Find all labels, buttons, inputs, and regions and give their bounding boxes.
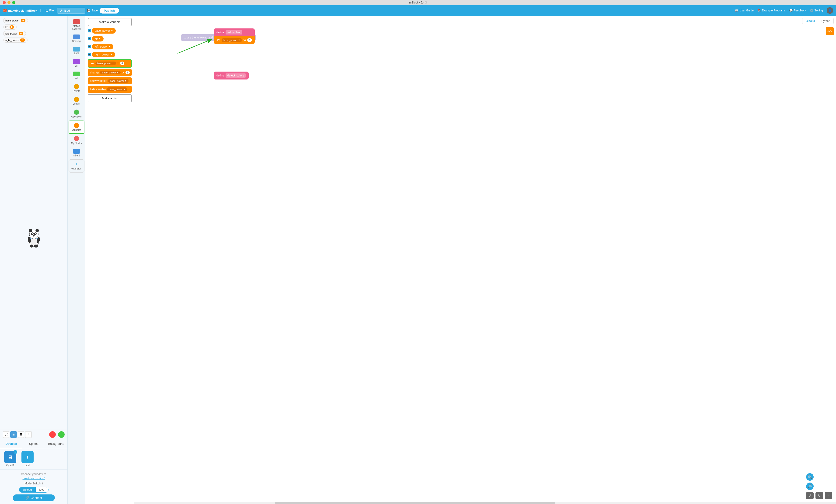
go-button[interactable]	[58, 431, 64, 438]
live-mode-btn[interactable]: Live	[36, 487, 48, 492]
connector-arrow	[134, 16, 836, 504]
tab-blocks[interactable]: Blocks	[802, 18, 818, 24]
panda-sprite	[24, 226, 43, 248]
connect-button[interactable]: 🔗 Connect	[13, 495, 55, 501]
undo-btn[interactable]: ↺	[806, 492, 814, 499]
svg-line-15	[177, 39, 212, 53]
var-row-right-power: right_power ▼	[88, 52, 132, 57]
block-hide-variable[interactable]: hide variable base_power ▼	[88, 86, 132, 93]
small-grid-view-btn[interactable]: ⠿	[25, 431, 32, 438]
stop-button[interactable]	[49, 431, 56, 438]
cat-lan[interactable]: LAN	[69, 45, 84, 57]
make-variable-btn[interactable]: Make a Variable	[88, 18, 132, 26]
var-checkbox-right-power[interactable]	[88, 53, 91, 56]
canvas[interactable]: Blocks Python </> ...use the following a…	[134, 16, 836, 504]
how-to-link[interactable]: How to use device?	[3, 477, 64, 480]
var-badge-base-power[interactable]: base_power 0	[3, 18, 28, 23]
var-checkbox-left-power[interactable]	[88, 45, 91, 48]
close-window-btn[interactable]	[3, 1, 6, 4]
tab-python[interactable]: Python	[818, 18, 833, 24]
cat-ai[interactable]: AI	[69, 57, 84, 69]
setting-link[interactable]: ⚙️ Setting	[810, 9, 823, 12]
list-view-btn[interactable]: ☰	[18, 431, 24, 438]
var-badge-left-power[interactable]: left_power 0	[3, 31, 26, 36]
grid-view-btn[interactable]: ⊞	[10, 431, 17, 438]
tab-devices[interactable]: Devices	[0, 440, 22, 448]
minimize-window-btn[interactable]	[7, 1, 11, 4]
block-palette: Make a Variable base_power ▼ kp ▼ left_p…	[86, 16, 134, 504]
cat-operators[interactable]: Operators	[69, 108, 84, 120]
block-set-variable[interactable]: set base_power ▼ to 0	[88, 59, 132, 67]
connect-text: Connect your device	[3, 472, 64, 476]
device-close-btn[interactable]: ✕	[14, 450, 17, 454]
horizontal-scrollbar[interactable]	[134, 502, 836, 504]
var-badge-kp[interactable]: kp 0	[3, 24, 17, 30]
app-title: mBlock v5.4.3	[409, 1, 426, 4]
cat-variables[interactable]: Variables	[69, 120, 84, 134]
zoom-out-btn[interactable]: 🔎	[806, 483, 814, 490]
var-block-kp[interactable]: kp ▼	[92, 36, 103, 41]
var-row-left-power: left_power ▼	[88, 44, 132, 50]
zoom-in-btn[interactable]: 🔍	[806, 473, 814, 481]
add-device-item[interactable]: + Add	[20, 451, 35, 467]
file-menu[interactable]: 🗂 File	[44, 8, 55, 13]
cat-my-blocks[interactable]: My Blocks	[69, 134, 84, 147]
project-title-input[interactable]	[57, 8, 85, 14]
canvas-tabs: Blocks Python	[802, 18, 834, 24]
var-block-right-power[interactable]: right_power ▼	[92, 52, 115, 57]
device-cyberpi[interactable]: 🖥 ✕ CyberPi	[3, 451, 18, 467]
var-badge-right-power[interactable]: right_power 0	[3, 38, 27, 43]
upload-mode-btn[interactable]: Upload	[19, 487, 35, 492]
expand-view-btn[interactable]: ⛶	[3, 431, 10, 438]
title-bar: mBlock v5.4.3	[0, 0, 836, 5]
save-button[interactable]: 💾 Save	[87, 9, 98, 12]
define-detect-colors[interactable]: define detect_colors	[214, 72, 249, 79]
set-base-power-canvas[interactable]: set base_power ▼ to 0	[214, 36, 255, 44]
follow-line-name: follow_line	[226, 30, 242, 35]
example-programs-link[interactable]: 📚 Example Programs	[757, 9, 786, 12]
cat-events[interactable]: Events	[69, 82, 84, 94]
view-controls: ⛶ ⊞ ☰ ⠿	[0, 429, 68, 440]
device-icon: 🖥 ✕	[4, 451, 16, 463]
variable-badges: base_power 0 kp 0 left_power 0 right_pow…	[0, 16, 68, 45]
tab-sprites[interactable]: Sprites	[22, 440, 45, 448]
mode-switch-info[interactable]: ℹ	[42, 482, 43, 485]
feedback-link[interactable]: 💬 Feedback	[789, 9, 806, 12]
scrollbar-thumb[interactable]	[275, 502, 555, 504]
maximize-window-btn[interactable]	[12, 1, 15, 4]
var-block-left-power[interactable]: left_power ▼	[92, 44, 113, 50]
add-device-btn[interactable]: +	[21, 451, 34, 463]
publish-button[interactable]: Publish	[100, 8, 119, 14]
var-checkbox-base-power[interactable]	[88, 29, 91, 33]
define-follow-line[interactable]: define follow_line	[214, 28, 255, 36]
mode-buttons: Upload Live	[19, 487, 48, 492]
user-avatar[interactable]: 👤	[826, 7, 833, 14]
mode-switch: Mode Switch ℹ	[3, 482, 64, 485]
tab-background[interactable]: Background	[45, 440, 68, 448]
block-category-sidebar: Motion Sensing Sensing LAN AI IoT Events…	[68, 16, 86, 504]
code-snippet-btn[interactable]: </>	[826, 27, 834, 35]
redo-btn[interactable]: ↻	[816, 492, 823, 499]
svg-point-11	[31, 238, 37, 245]
devices-panel: 🖥 ✕ CyberPi + Add	[0, 448, 68, 469]
var-checkbox-kp[interactable]	[88, 37, 91, 40]
cat-control[interactable]: Control	[69, 95, 84, 107]
cat-iot[interactable]: IoT	[69, 70, 84, 82]
var-block-base-power[interactable]: base_power ▼	[92, 28, 116, 34]
add-label: Add	[25, 464, 30, 467]
var-row-kp: kp ▼	[88, 36, 132, 41]
cat-mbot2[interactable]: mBot2	[69, 147, 84, 159]
cat-motion-sensing[interactable]: Motion Sensing	[69, 18, 84, 32]
make-list-btn[interactable]: Make a List	[88, 94, 132, 102]
cat-sensing[interactable]: Sensing	[69, 33, 84, 44]
cat-extension[interactable]: + extension	[69, 159, 84, 173]
block-change-variable[interactable]: change base_power ▼ by 1	[88, 69, 132, 76]
svg-point-3	[35, 229, 39, 232]
user-guide-link[interactable]: 📖 User Guide	[735, 9, 754, 12]
block-show-variable[interactable]: show variable base_power ▼	[88, 77, 132, 84]
logo: 🧱 makeblock | mBlock	[3, 8, 37, 12]
var-row-base-power: base_power ▼	[88, 28, 132, 34]
fit-btn[interactable]: ≡	[825, 492, 832, 499]
follow-line-block-group[interactable]: define follow_line set base_power ▼ to 0	[214, 28, 255, 44]
detect-colors-name: detect_colors	[226, 74, 246, 78]
